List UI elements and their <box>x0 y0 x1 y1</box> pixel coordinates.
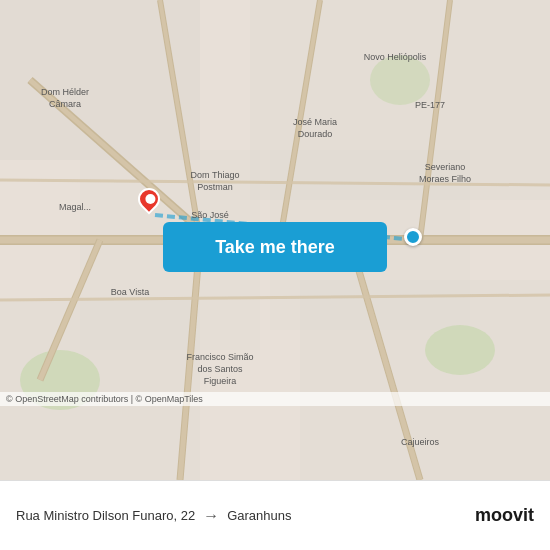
route-info: Rua Ministro Dilson Funaro, 22 → Garanhu… <box>16 507 475 525</box>
map-pin <box>138 188 162 218</box>
svg-text:Dom Hélder: Dom Hélder <box>41 87 89 97</box>
svg-text:Severiano: Severiano <box>425 162 466 172</box>
svg-text:Moraes Filho: Moraes Filho <box>419 174 471 184</box>
svg-text:Postman: Postman <box>197 182 233 192</box>
moovit-text: moovit <box>475 505 534 526</box>
svg-text:Magal...: Magal... <box>59 202 91 212</box>
take-me-there-button[interactable]: Take me there <box>163 222 387 272</box>
destination-marker <box>404 228 422 246</box>
svg-text:São José: São José <box>191 210 229 220</box>
svg-text:Câmara: Câmara <box>49 99 81 109</box>
svg-text:Dourado: Dourado <box>298 129 333 139</box>
svg-point-8 <box>425 325 495 375</box>
svg-text:Francisco Simão: Francisco Simão <box>186 352 253 362</box>
svg-text:José Maria: José Maria <box>293 117 337 127</box>
svg-text:Novo Heliópolis: Novo Heliópolis <box>364 52 427 62</box>
pin-dot <box>143 192 157 206</box>
svg-point-9 <box>370 55 430 105</box>
svg-text:dos Santos: dos Santos <box>197 364 243 374</box>
svg-text:Boa Vista: Boa Vista <box>111 287 149 297</box>
pin-body <box>133 183 164 214</box>
route-to: Garanhuns <box>227 508 291 523</box>
moovit-logo: moovit <box>475 505 534 526</box>
route-from: Rua Ministro Dilson Funaro, 22 <box>16 508 195 523</box>
map-attribution: © OpenStreetMap contributors | © OpenMap… <box>0 392 550 406</box>
map-container: Dom Hélder Câmara Novo Heliópolis PE-177… <box>0 0 550 480</box>
svg-text:PE-177: PE-177 <box>415 100 445 110</box>
svg-text:Dom Thiago: Dom Thiago <box>191 170 240 180</box>
svg-text:Cajueiros: Cajueiros <box>401 437 440 447</box>
svg-text:Figueira: Figueira <box>204 376 237 386</box>
arrow-icon: → <box>203 507 219 525</box>
bottom-bar: Rua Ministro Dilson Funaro, 22 → Garanhu… <box>0 480 550 550</box>
